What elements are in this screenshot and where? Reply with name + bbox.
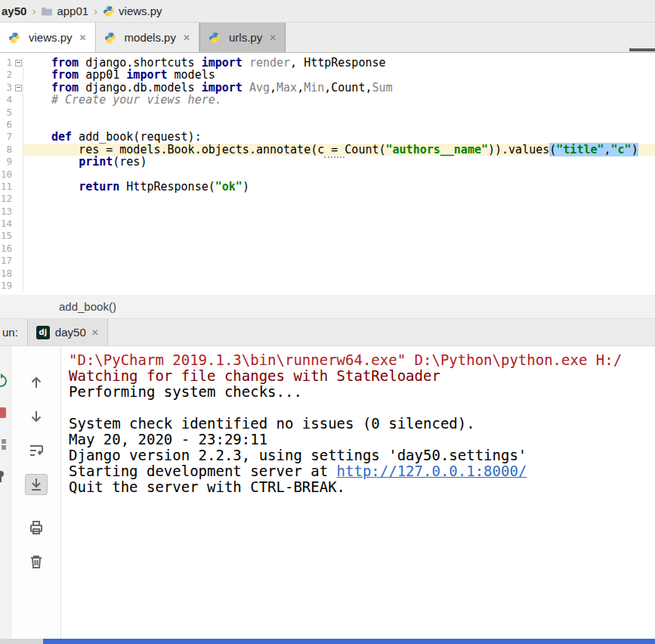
- console-line: Starting development server at http://12…: [69, 463, 655, 479]
- close-icon[interactable]: ✕: [269, 33, 277, 43]
- tab-views.py[interactable]: views.py✕: [0, 23, 96, 52]
- python-icon: [209, 32, 221, 44]
- editor-line: 15: [0, 230, 655, 242]
- code-token: from: [51, 81, 79, 94]
- run-tab-day50[interactable]: dj day50 ✕: [27, 319, 108, 345]
- editor-line: 8 res = models.Book.objects.annotate(c =…: [0, 144, 655, 156]
- fold-icon[interactable]: [14, 82, 23, 94]
- code-editor[interactable]: 1from django.shortcuts import render, Ht…: [0, 53, 655, 295]
- python-icon: [8, 32, 20, 44]
- code-token: "ok": [215, 180, 243, 194]
- fold-space: [14, 107, 23, 119]
- console-output[interactable]: "D:\PyCharm 2019.1.3\bin\runnerw64.exe" …: [61, 346, 655, 639]
- close-icon[interactable]: ✕: [183, 33, 190, 43]
- layout-button[interactable]: [0, 437, 12, 452]
- tab-urls.py[interactable]: urls.py✕: [199, 23, 286, 52]
- line-number: 3: [6, 82, 14, 94]
- code-token: django.shortcuts: [79, 56, 202, 70]
- line-number: 11: [1, 181, 14, 193]
- gutter: 18: [0, 268, 23, 280]
- code-line: print(res): [23, 156, 655, 168]
- editor-tab-bar: views.py✕models.py✕urls.py✕: [0, 23, 655, 53]
- gutter: 10: [0, 169, 23, 181]
- fold-space: [14, 69, 23, 81]
- function-breadcrumb[interactable]: add_book(): [59, 300, 116, 313]
- editor-line: 3from django.db.models import Avg,Max,Mi…: [0, 82, 655, 94]
- code-token: return: [79, 180, 119, 194]
- line-number: 16: [1, 243, 14, 255]
- tab-label: views.py: [29, 31, 73, 44]
- gutter: 4: [0, 94, 23, 106]
- down-arrow-button[interactable]: [25, 406, 48, 427]
- console-toolbar: [12, 346, 61, 639]
- gutter: 6: [0, 119, 23, 131]
- gutter: 13: [0, 206, 23, 218]
- editor-line: 14: [0, 218, 655, 230]
- fold-space: [14, 181, 23, 193]
- fold-space: [14, 94, 23, 106]
- code-line: [23, 193, 655, 205]
- print-button[interactable]: [25, 517, 48, 538]
- breadcrumb-item[interactable]: app01: [57, 5, 88, 17]
- console-line: [69, 400, 655, 416]
- editor-line: 16: [0, 243, 655, 255]
- gutter: 17: [0, 255, 23, 267]
- scroll-to-end-button[interactable]: [25, 474, 48, 495]
- code-token: ,: [324, 81, 331, 94]
- console-text: Starting development server at: [69, 463, 337, 479]
- editor-line: 2from app01 import models: [0, 69, 655, 81]
- up-arrow-button[interactable]: [25, 372, 48, 393]
- code-token: Min: [304, 81, 324, 94]
- line-number: 14: [1, 218, 14, 230]
- console-link[interactable]: http://127.0.0.1:8000/: [337, 463, 527, 479]
- close-icon[interactable]: ✕: [91, 327, 99, 338]
- run-console: "D:\PyCharm 2019.1.3\bin\runnerw64.exe" …: [0, 346, 655, 639]
- console-line: Performing system checks...: [69, 384, 655, 400]
- code-token: app01: [79, 68, 126, 82]
- code-line: [23, 169, 655, 181]
- rerun-button[interactable]: [0, 373, 12, 389]
- fold-space: [14, 255, 23, 267]
- code-token: [51, 155, 79, 169]
- stop-button[interactable]: [0, 405, 12, 420]
- line-number: 13: [1, 206, 14, 218]
- console-text: May 20, 2020 - 23:29:11: [69, 431, 267, 447]
- run-tab-strip: un: dj day50 ✕: [0, 319, 655, 346]
- tab-models.py[interactable]: models.py✕: [96, 23, 199, 52]
- code-line: [23, 280, 655, 292]
- gutter: 1: [0, 57, 23, 69]
- editor-line: 4# Create your views here.: [0, 94, 655, 106]
- taskbar-gap: [0, 639, 43, 644]
- code-token: (res): [113, 155, 147, 169]
- close-icon[interactable]: ✕: [79, 33, 87, 43]
- breadcrumb-chevron-icon: ›: [32, 5, 36, 17]
- line-number: 6: [6, 119, 14, 131]
- gutter: 12: [0, 193, 23, 205]
- code-token: import: [202, 81, 243, 94]
- fold-icon[interactable]: [14, 57, 23, 69]
- editor-line: 10: [0, 169, 655, 181]
- code-token: Count: [331, 81, 365, 94]
- console-line: "D:\PyCharm 2019.1.3\bin\runnerw64.exe" …: [69, 352, 655, 368]
- code-token: ,: [270, 81, 277, 94]
- line-number: 7: [6, 131, 14, 143]
- editor-line: 6: [0, 119, 655, 131]
- run-tab-label: day50: [55, 326, 86, 339]
- line-number: 8: [6, 144, 14, 156]
- breadcrumb-item[interactable]: views.py: [119, 5, 162, 17]
- tab-scrollbar-thumb[interactable]: [629, 48, 655, 51]
- gutter: 11: [0, 181, 23, 193]
- code-token: import: [202, 56, 243, 70]
- breadcrumb-item[interactable]: ay50: [2, 5, 26, 17]
- code-token: "authors__name": [386, 143, 488, 156]
- console-line: System check identified no issues (0 sil…: [69, 416, 655, 432]
- clear-button[interactable]: [25, 551, 48, 572]
- code-line: [23, 218, 655, 230]
- console-line: Django version 2.2.3, using settings 'da…: [69, 447, 655, 463]
- pin-button[interactable]: [0, 469, 12, 484]
- python-icon: [104, 32, 116, 44]
- soft-wrap-button[interactable]: [25, 440, 48, 461]
- code-token: ): [243, 180, 249, 194]
- code-token: HttpResponse(: [119, 180, 215, 194]
- code-line: [23, 230, 655, 242]
